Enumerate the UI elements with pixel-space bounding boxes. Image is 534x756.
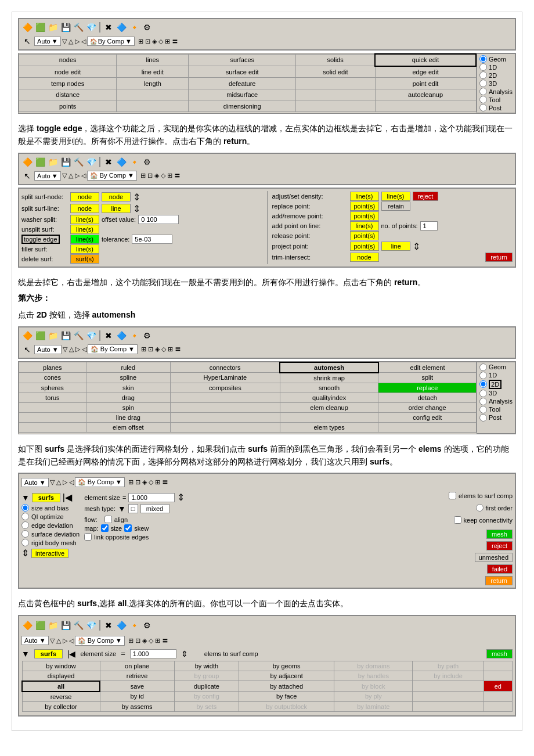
am-cones[interactable]: cones — [19, 373, 86, 383]
sel-bygroup[interactable]: by group — [174, 671, 239, 681]
am-radio-tool[interactable] — [479, 406, 487, 413]
sel-retrieve[interactable]: retrieve — [100, 671, 174, 681]
sel-bydomains[interactable]: by domains — [334, 661, 413, 671]
cb-align[interactable] — [104, 516, 112, 523]
radio-rigid[interactable] — [21, 539, 29, 546]
am-radio-analysis[interactable] — [479, 398, 487, 405]
am-split[interactable]: split — [378, 373, 477, 383]
btn-node-r1[interactable]: node — [350, 253, 379, 262]
s2-auto-dropdown[interactable]: Auto▼ — [34, 171, 61, 181]
sel-bysets[interactable]: by sets — [174, 701, 239, 711]
btn-return1[interactable]: return — [485, 253, 513, 262]
am-ruled[interactable]: ruled — [86, 362, 170, 373]
menu-distance[interactable]: distance — [19, 89, 117, 100]
am-radio-2d[interactable] — [479, 380, 487, 388]
am-skin[interactable]: skin — [86, 383, 170, 393]
am-detach[interactable]: detach — [378, 393, 477, 402]
menu-nodeedit[interactable]: node edit — [19, 66, 117, 78]
cb-keep-conn[interactable] — [454, 516, 461, 524]
radio-1d[interactable] — [479, 63, 487, 71]
btn-reject-surfs[interactable]: reject — [486, 541, 513, 550]
radio-geom[interactable] — [479, 55, 487, 63]
menu-length[interactable]: length — [117, 78, 189, 89]
cb-skew[interactable] — [124, 524, 132, 532]
radio-post[interactable] — [479, 104, 487, 111]
menu-pointedit[interactable]: point edit — [375, 78, 476, 89]
menu-dimensioning[interactable]: dimensioning — [189, 100, 296, 112]
am-radio-geom[interactable] — [479, 363, 487, 371]
btn-node2[interactable]: node — [102, 192, 131, 201]
auto-dropdown[interactable]: Auto ▼ — [34, 37, 61, 46]
menu-nodes[interactable]: nodes — [19, 54, 117, 66]
radio-analysis[interactable] — [479, 88, 487, 95]
cb-elems-surf[interactable] — [449, 492, 456, 499]
sel-duplicate[interactable]: duplicate — [174, 681, 239, 692]
am-spin[interactable]: spin — [86, 402, 170, 412]
btn-interactive[interactable]: interactive — [31, 549, 68, 558]
am-hyperlaminate[interactable]: HyperLaminate — [171, 373, 280, 383]
s5-bycomp-dropdown[interactable]: 🏠 By Comp ▼ — [75, 636, 125, 646]
btn-points-r2[interactable]: point(s) — [350, 211, 380, 221]
sel-bylaminate[interactable]: by laminate — [334, 701, 413, 711]
menu-autocleanup[interactable]: autocleanup — [375, 89, 476, 100]
menu-solids[interactable]: solids — [296, 54, 375, 66]
am-radio-3d[interactable] — [479, 390, 487, 397]
am-replace[interactable]: replace — [378, 383, 477, 393]
radio-3d[interactable] — [479, 80, 487, 87]
radio-tool[interactable] — [479, 96, 487, 103]
surfs-triangle[interactable]: ▼ — [21, 493, 30, 502]
sel-byblock[interactable]: by block — [334, 681, 413, 692]
s5-surfs-btn[interactable]: surfs — [34, 649, 63, 658]
btn-lines2[interactable]: line(s) — [70, 225, 99, 234]
btn-return-surfs[interactable]: return — [485, 576, 513, 585]
sel-save[interactable]: save — [100, 681, 174, 692]
tol-input[interactable] — [132, 235, 172, 244]
am-spheres[interactable]: spheres — [19, 383, 86, 393]
s5-auto-dropdown[interactable]: Auto ▼ — [21, 636, 49, 645]
nopoints-input[interactable] — [420, 221, 438, 231]
am-spline[interactable]: spline — [86, 373, 170, 383]
am-radio-post[interactable] — [479, 414, 487, 422]
radio-first-order[interactable] — [476, 504, 484, 512]
s3-icon7[interactable]: ✖ — [103, 330, 114, 341]
am-orderchange[interactable]: order change — [378, 402, 477, 412]
sel-byinclude[interactable]: by include — [413, 671, 484, 681]
btn-node1[interactable]: node — [70, 192, 99, 201]
arrow-updown1[interactable]: ⇕ — [133, 192, 140, 203]
sel-byassems[interactable]: by assems — [100, 701, 174, 711]
sel-bywidth[interactable]: by width — [174, 661, 239, 671]
s5-mesh-btn[interactable]: mesh — [486, 649, 513, 658]
am-editelement[interactable]: edit element — [378, 362, 477, 373]
am-configedit[interactable]: config edit — [378, 412, 477, 422]
am-qualityindex[interactable]: qualityindex — [280, 393, 378, 402]
am-elemcleanup[interactable]: elem cleanup — [280, 402, 378, 412]
btn-lines-r2[interactable]: line(s) — [381, 192, 410, 201]
surfs-btn[interactable]: surfs — [32, 493, 60, 502]
radio-2d[interactable] — [479, 71, 487, 79]
am-shrinkmap[interactable]: shrink map — [280, 373, 378, 383]
btn-points-r4[interactable]: point(s) — [350, 242, 380, 251]
s5-arrows[interactable]: ⇕ — [181, 649, 188, 658]
sel-byply[interactable]: by ply — [334, 692, 413, 702]
sel-reverse[interactable]: reverse — [22, 692, 100, 702]
s2-bycomp-dropdown[interactable]: 🏠 By Comp ▼ — [87, 171, 137, 181]
btn-points-r3[interactable]: point(s) — [350, 231, 380, 240]
btn-node3[interactable]: node — [70, 204, 99, 213]
sel-bycollector[interactable]: by collector — [22, 701, 100, 711]
elemsize-arrows[interactable]: ⇕ — [177, 492, 185, 503]
icon7[interactable]: ✖ — [103, 21, 114, 33]
btn-lines-r3[interactable]: line(s) — [350, 221, 379, 231]
sel-byattached[interactable]: by attached — [239, 681, 334, 692]
menu-edgeedit[interactable]: edge edit — [375, 66, 476, 78]
sel-bywindow[interactable]: by window — [22, 661, 100, 671]
am-planes[interactable]: planes — [19, 362, 86, 373]
menu-surfaces[interactable]: surfaces — [189, 54, 296, 66]
menu-midsurface[interactable]: midsurface — [189, 89, 296, 100]
radio-surf-dev[interactable] — [21, 530, 29, 538]
s2-icon7[interactable]: ✖ — [103, 156, 114, 168]
am-automesh[interactable]: automesh — [280, 362, 378, 373]
btn-failed[interactable]: failed — [487, 564, 513, 574]
arrow-updown2[interactable]: ⇕ — [133, 203, 140, 214]
sel-byhandles[interactable]: by handles — [334, 671, 413, 681]
am-smooth[interactable]: smooth — [280, 383, 378, 393]
